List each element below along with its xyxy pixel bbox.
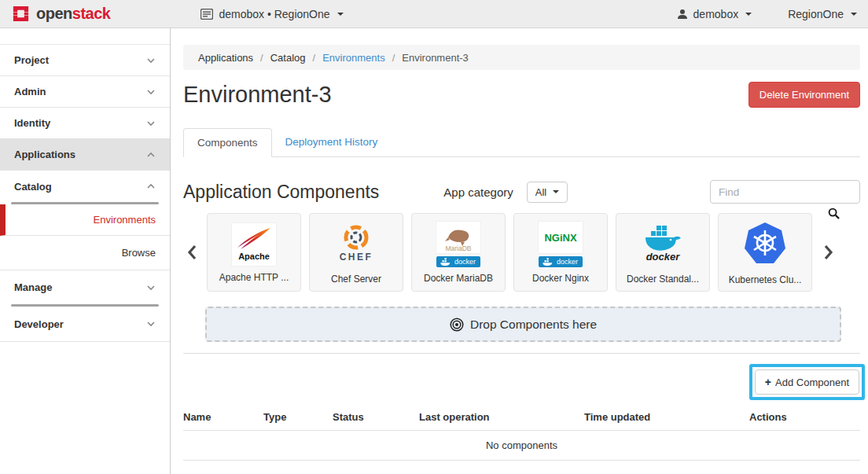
sidebar-item-label: Catalog: [14, 181, 52, 193]
app-card-chef[interactable]: CHEF Chef Server: [309, 213, 403, 292]
sidebar-item-environments[interactable]: Environments: [0, 204, 170, 236]
app-category-label: App category: [443, 186, 513, 199]
sidebar-item-label: Project: [14, 54, 49, 66]
components-table: Name Type Status Last operation Time upd…: [183, 404, 860, 461]
chevron-down-icon: [851, 13, 857, 16]
app-card-label: Chef Server: [331, 274, 381, 285]
column-header-time-updated: Time updated: [584, 404, 749, 431]
docker-badge-label: docker: [557, 258, 578, 266]
carousel-next-button[interactable]: [820, 244, 837, 260]
chevron-down-icon: [146, 120, 156, 127]
svg-text:MariaDB: MariaDB: [445, 244, 471, 252]
docker-logo-icon: docker: [639, 221, 686, 268]
svg-text:CHEF: CHEF: [340, 252, 373, 263]
add-component-button[interactable]: + Add Component: [755, 369, 859, 395]
column-header-type: Type: [263, 404, 333, 431]
project-region-switcher[interactable]: demobox • RegionOne: [200, 8, 343, 20]
section-divider: [183, 353, 860, 354]
column-header-status: Status: [333, 404, 419, 431]
chevron-up-icon: [146, 152, 156, 158]
breadcrumb-catalog[interactable]: Catalog: [270, 52, 306, 64]
region-menu[interactable]: RegionOne: [788, 8, 857, 20]
sidebar-item-developer[interactable]: Developer: [0, 307, 170, 342]
app-card-label: Apache HTTP ...: [219, 272, 289, 283]
openstack-logo[interactable]: openstack: [11, 4, 110, 24]
sidebar-item-label: Manage: [14, 281, 52, 293]
breadcrumb-separator: /: [260, 52, 263, 64]
column-header-name: Name: [183, 404, 263, 431]
chevron-up-icon: [146, 183, 156, 189]
svg-text:NGiNX: NGiNX: [544, 232, 577, 244]
empty-message: No components: [183, 431, 860, 461]
drop-components-zone[interactable]: Drop Components here: [205, 307, 841, 342]
tab-deployment-history[interactable]: Deployment History: [272, 128, 392, 156]
mariadb-logo-icon: MariaDB: [436, 221, 481, 254]
column-header-actions: Actions: [749, 404, 860, 431]
category-dropdown[interactable]: All: [527, 182, 568, 203]
sidebar-item-label: Environments: [94, 214, 156, 226]
sidebar-item-project[interactable]: Project: [0, 45, 170, 76]
sidebar-item-label: Admin: [14, 86, 46, 97]
find-input[interactable]: [710, 180, 860, 204]
sidebar-item-identity[interactable]: Identity: [0, 108, 170, 139]
sidebar: Project Admin Identity Applications Cata…: [0, 28, 171, 474]
plus-icon: +: [765, 376, 771, 388]
app-card-label: Docker Nginx: [532, 273, 589, 284]
column-header-last-operation: Last operation: [419, 404, 584, 431]
target-icon: [450, 318, 464, 332]
empty-table-row: No components: [183, 431, 860, 461]
region-menu-label: RegionOne: [788, 8, 844, 20]
dropzone-label: Drop Components here: [470, 318, 597, 332]
breadcrumb-applications[interactable]: Applications: [198, 52, 253, 64]
svg-text:docker: docker: [646, 251, 681, 263]
sidebar-item-applications[interactable]: Applications: [0, 139, 170, 171]
add-component-label: Add Component: [775, 377, 849, 388]
search-icon[interactable]: [828, 208, 840, 222]
breadcrumb-separator: /: [392, 52, 395, 64]
chevron-down-icon: [146, 57, 156, 64]
sidebar-item-label: Identity: [14, 117, 50, 129]
user-menu-label: demobox: [693, 8, 739, 20]
docker-badge-label: docker: [454, 258, 476, 266]
chevron-down-icon: [553, 190, 559, 193]
docker-badge-icon: docker: [539, 256, 583, 267]
chevron-down-icon: [146, 285, 156, 291]
brand-text: openstack: [36, 5, 110, 23]
delete-environment-button[interactable]: Delete Environment: [748, 82, 860, 108]
breadcrumb: Applications / Catalog / Environments / …: [183, 45, 860, 70]
components-carousel: Apache Apache HTTP ... CHEF Chef Serv: [183, 213, 860, 292]
app-card-kubernetes[interactable]: Kubernetes Clu...: [718, 213, 812, 292]
app-card-docker-mariadb[interactable]: MariaDB docker Docker MariaDB: [411, 213, 506, 292]
page-title: Environment-3: [183, 82, 332, 108]
app-card-apache[interactable]: Apache Apache HTTP ...: [207, 213, 301, 292]
carousel-prev-button[interactable]: [183, 244, 200, 260]
sidebar-item-admin[interactable]: Admin: [0, 76, 170, 108]
chevron-down-icon: [745, 13, 752, 16]
focus-highlight-box: + Add Component: [749, 364, 865, 400]
apache-logo-icon: Apache: [231, 222, 277, 266]
components-toolbar: Application Components App category All: [183, 180, 860, 204]
user-menu[interactable]: demobox: [677, 8, 752, 20]
table-header-row: Name Type Status Last operation Time upd…: [183, 404, 860, 431]
chevron-down-icon: [146, 321, 156, 327]
openstack-logo-icon: [11, 4, 31, 24]
app-card-docker-nginx[interactable]: NGiNX docker Docker Nginx: [513, 213, 608, 292]
app-card-docker-standalone[interactable]: docker Docker Standal...: [616, 213, 710, 292]
docker-badge-icon: docker: [436, 256, 480, 267]
chevron-left-icon: [186, 244, 197, 260]
chef-logo-icon: CHEF: [334, 221, 378, 268]
tab-components[interactable]: Components: [183, 128, 272, 157]
sidebar-item-manage[interactable]: Manage: [0, 270, 170, 304]
sidebar-item-catalog[interactable]: Catalog: [0, 171, 170, 202]
sidebar-item-label: Browse: [122, 247, 156, 259]
sidebar-item-browse[interactable]: Browse: [0, 236, 170, 270]
sidebar-item-label: Developer: [14, 318, 64, 330]
breadcrumb-current: Environment-3: [402, 52, 469, 64]
app-card-label: Kubernetes Clu...: [729, 274, 802, 285]
sidebar-item-label: Applications: [14, 149, 75, 160]
sidebar-top-strip: [0, 28, 170, 45]
breadcrumb-environments-link[interactable]: Environments: [322, 52, 384, 64]
context-switcher-label: demobox • RegionOne: [219, 8, 329, 20]
breadcrumb-separator: /: [313, 52, 316, 64]
nginx-logo-icon: NGiNX: [538, 221, 583, 254]
